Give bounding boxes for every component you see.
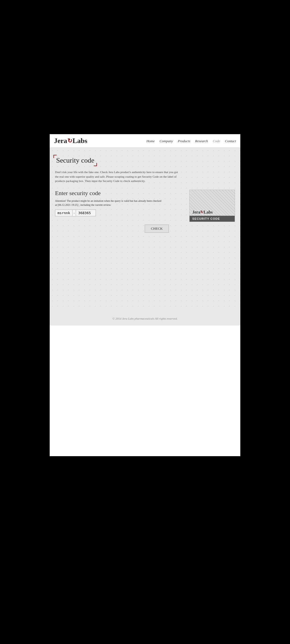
check-button-row: CHECK	[55, 225, 185, 233]
label-logo: Jera ↻ Labs	[190, 208, 235, 216]
code-suffix-input[interactable]	[76, 210, 96, 216]
section-title: Security code	[55, 156, 95, 165]
navbar: Jera ↻ Labs Home Company Products Resear…	[50, 134, 240, 148]
label-logo-arrow-icon: ↻	[200, 210, 204, 214]
nav-link-contact[interactable]: Contact	[225, 139, 236, 143]
main-content: Security code Don't risk your life with …	[50, 148, 240, 309]
logo: Jera ↻ Labs	[54, 137, 87, 145]
nav-item-home[interactable]: Home	[146, 138, 155, 143]
screen-container: Jera ↻ Labs Home Company Products Resear…	[50, 134, 240, 456]
enter-security-code-title: Enter security code	[55, 190, 185, 197]
nav-item-contact[interactable]: Contact	[225, 138, 236, 143]
nav-item-company[interactable]: Company	[160, 138, 173, 143]
security-label-image: Jera ↻ Labs SECURITY CODE	[189, 190, 235, 222]
nav-item-products[interactable]: Products	[178, 138, 190, 143]
check-button[interactable]: CHECK	[145, 225, 169, 233]
code-input-row: -	[55, 210, 185, 217]
nav-link-company[interactable]: Company	[160, 139, 173, 143]
nav-item-research[interactable]: Research	[195, 138, 208, 143]
form-area: Enter security code Attention! The produ…	[55, 190, 185, 233]
logo-arrow-icon: ↻	[67, 137, 72, 144]
logo-text-before: Jera	[54, 137, 67, 145]
label-logo-before: Jera	[192, 210, 200, 215]
nav-link-code[interactable]: Code	[213, 139, 220, 143]
attention-text: Attention! The product might be an imita…	[55, 199, 162, 207]
description-text: Don't risk your life with the fake one. …	[55, 170, 179, 183]
security-code-bar: SECURITY CODE	[190, 216, 235, 222]
card-area: Enter security code Attention! The produ…	[55, 190, 235, 233]
nav-links: Home Company Products Research Code Cont…	[146, 138, 236, 143]
code-prefix-input[interactable]	[55, 210, 73, 216]
nav-link-home[interactable]: Home	[146, 139, 155, 143]
nav-link-products[interactable]: Products	[178, 139, 190, 143]
section-title-wrapper: Security code	[55, 156, 95, 165]
footer: © 2014 Jera Labs pharmaceuticals All rig…	[50, 309, 240, 325]
copyright-text: © 2014 Jera Labs pharmaceuticals All rig…	[113, 317, 177, 320]
label-logo-after: Labs	[204, 210, 213, 215]
nav-link-research[interactable]: Research	[195, 139, 208, 143]
nav-item-code[interactable]: Code	[213, 138, 220, 143]
code-separator: -	[73, 210, 76, 217]
security-label-card: Jera ↻ Labs SECURITY CODE	[189, 190, 235, 222]
logo-text-after: Labs	[73, 137, 87, 145]
